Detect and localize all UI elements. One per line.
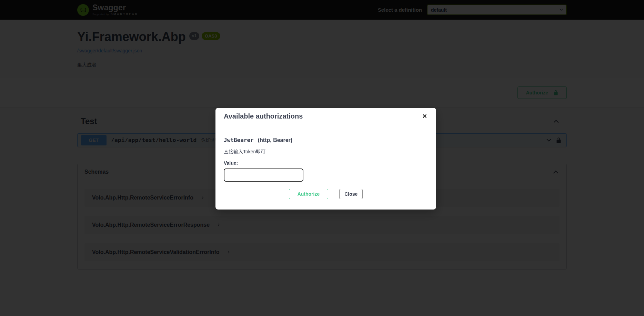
token-input[interactable]	[224, 169, 303, 182]
scheme-type: (http, Bearer)	[258, 137, 292, 143]
value-label: Value:	[224, 160, 428, 166]
modal-title: Available authorizations	[224, 112, 303, 120]
auth-modal: Available authorizations ✕ JwtBearer (ht…	[215, 108, 436, 210]
modal-close-icon[interactable]: ✕	[422, 113, 428, 120]
scheme-description: 直接输入Token即可	[224, 149, 428, 155]
modal-authorize-button[interactable]: Authorize	[289, 189, 329, 199]
scheme-name: JwtBearer	[224, 137, 254, 143]
modal-close-button[interactable]: Close	[339, 189, 363, 199]
